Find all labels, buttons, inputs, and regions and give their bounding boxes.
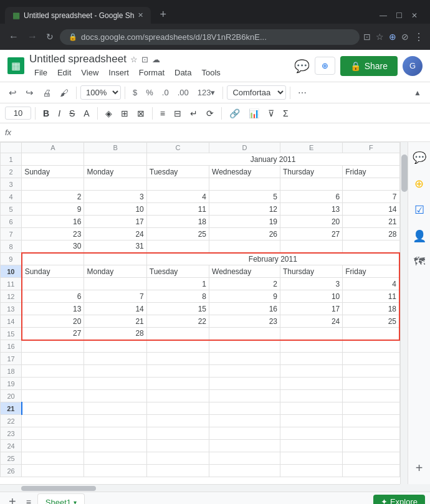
cell-e14[interactable]: 24 <box>280 315 342 328</box>
zoom-select[interactable]: 100% <box>80 85 121 100</box>
cell-a1[interactable] <box>22 153 84 166</box>
cell-e11[interactable]: 3 <box>280 278 342 290</box>
cell-b11[interactable] <box>84 278 146 290</box>
cell-d11[interactable]: 2 <box>209 278 280 290</box>
align-v-button[interactable]: ⊟ <box>170 107 185 120</box>
cell-b2[interactable]: Monday <box>84 166 146 178</box>
cell-a4[interactable]: 2 <box>22 191 84 203</box>
formula-input[interactable] <box>15 128 425 137</box>
text-rotate-button[interactable]: ⟳ <box>203 107 217 120</box>
cell-d4[interactable]: 5 <box>209 191 280 203</box>
cell-f4[interactable]: 7 <box>343 191 399 203</box>
new-tab-button[interactable]: + <box>153 6 173 24</box>
redo-button[interactable]: ↪ <box>22 85 37 101</box>
cell-e6[interactable]: 20 <box>280 216 342 228</box>
decimal-increase-button[interactable]: .00 <box>174 85 193 100</box>
cell-b14[interactable]: 21 <box>84 315 146 328</box>
text-color-button[interactable]: A <box>80 107 93 120</box>
address-input[interactable]: 🔒 docs.google.com/spreadsheets/d/18V1nR2… <box>60 29 360 45</box>
cell-f15[interactable] <box>343 328 399 340</box>
tab-close-icon[interactable]: ✕ <box>138 11 143 19</box>
cell-f14[interactable]: 25 <box>343 315 399 328</box>
cell-e13[interactable]: 17 <box>280 303 342 315</box>
align-h-button[interactable]: ≡ <box>156 107 169 120</box>
cell-d6[interactable]: 19 <box>209 216 280 228</box>
cell-c6[interactable]: 18 <box>146 216 209 228</box>
smart-fill-icon[interactable]: ⊕ <box>411 173 428 194</box>
cell-f3[interactable] <box>343 178 399 191</box>
cell-c12[interactable]: 8 <box>146 290 209 303</box>
cell-d14[interactable]: 23 <box>209 315 280 328</box>
menu-edit[interactable]: Edit <box>52 67 76 78</box>
merge-button[interactable]: ⊠ <box>133 107 148 120</box>
maximize-icon[interactable]: ☐ <box>396 11 403 20</box>
print-button[interactable]: 🖨 <box>39 85 55 100</box>
cell-b1[interactable] <box>84 153 146 166</box>
sheet-tab-sheet1[interactable]: Sheet1 ▾ <box>37 493 85 505</box>
cell-c15[interactable] <box>146 328 209 340</box>
view-mode-button[interactable]: ⊕ <box>315 57 335 75</box>
active-tab[interactable]: ▦ Untitled spreadsheet - Google Sh ✕ <box>5 7 151 24</box>
refresh-button[interactable]: ↻ <box>44 29 56 44</box>
add-sidebar-icon[interactable]: + <box>412 457 427 479</box>
cell-f6[interactable]: 21 <box>343 216 399 228</box>
cell-b10[interactable]: Monday <box>84 265 146 278</box>
cell-e10[interactable]: Thursday <box>280 265 342 278</box>
chat-sidebar-icon[interactable]: 💬 <box>409 147 430 168</box>
cell-d7[interactable]: 26 <box>209 228 280 240</box>
comment-icon[interactable]: 💬 <box>294 59 310 74</box>
cell-a9[interactable] <box>22 253 84 265</box>
cell-a2[interactable]: Sunday <box>22 166 84 178</box>
cell-b5[interactable]: 10 <box>84 203 146 216</box>
fill-color-button[interactable]: ◈ <box>102 107 116 120</box>
cell-f11[interactable]: 4 <box>343 278 399 290</box>
extension2-icon[interactable]: ⊘ <box>401 32 409 42</box>
back-button[interactable]: ← <box>6 29 21 45</box>
filter-button[interactable]: ⊽ <box>264 107 278 120</box>
col-header-a[interactable]: A <box>22 143 84 153</box>
collapse-toolbar-button[interactable]: ▲ <box>410 86 425 100</box>
cell-b12[interactable]: 7 <box>84 290 146 303</box>
more-options-button[interactable]: ⋯ <box>294 85 310 100</box>
tasks-icon[interactable]: ☑ <box>411 199 428 221</box>
menu-file[interactable]: File <box>29 67 52 78</box>
cell-a3[interactable] <box>22 178 84 191</box>
cell-f5[interactable]: 14 <box>343 203 399 216</box>
col-header-b[interactable]: B <box>84 143 146 153</box>
col-header-d[interactable]: D <box>209 143 280 153</box>
cell-d15[interactable] <box>209 328 280 340</box>
cell-f10[interactable]: Friday <box>343 265 399 278</box>
cell-a5[interactable]: 9 <box>22 203 84 216</box>
chart-button[interactable]: 📊 <box>245 107 263 120</box>
cell-a12[interactable]: 6 <box>22 290 84 303</box>
star-icon[interactable]: ☆ <box>130 55 138 64</box>
cell-b4[interactable]: 3 <box>84 191 146 203</box>
cell-e8[interactable] <box>280 240 342 253</box>
minimize-icon[interactable]: — <box>380 11 387 20</box>
cell-d13[interactable]: 16 <box>209 303 280 315</box>
avatar[interactable]: G <box>403 56 423 76</box>
cell-c3[interactable] <box>146 178 209 191</box>
cell-a13[interactable]: 13 <box>22 303 84 315</box>
bold-button[interactable]: B <box>39 107 53 120</box>
add-sheet-button[interactable]: + <box>5 492 20 504</box>
cell-a10[interactable]: Sunday <box>22 265 84 278</box>
link-button[interactable]: 🔗 <box>226 107 244 120</box>
cell-c5[interactable]: 11 <box>146 203 209 216</box>
percent-button[interactable]: % <box>142 85 157 100</box>
col-header-f[interactable]: F <box>343 143 399 153</box>
cell-ref-input[interactable] <box>5 107 31 120</box>
cell-c10[interactable]: Tuesday <box>146 265 209 278</box>
menu-tools[interactable]: Tools <box>196 67 225 78</box>
cell-a15[interactable]: 27 <box>22 328 84 340</box>
vertical-scrollbar[interactable] <box>400 142 408 484</box>
cell-f7[interactable]: 28 <box>343 228 399 240</box>
cell-c8[interactable] <box>146 240 209 253</box>
cast-icon[interactable]: ⊡ <box>363 32 371 42</box>
cell-e2[interactable]: Thursday <box>280 166 342 178</box>
cell-a8[interactable]: 30 <box>22 240 84 253</box>
cell-d12[interactable]: 9 <box>209 290 280 303</box>
cell-b3[interactable] <box>84 178 146 191</box>
move-icon[interactable]: ⊡ <box>141 55 148 64</box>
cell-e4[interactable]: 6 <box>280 191 342 203</box>
